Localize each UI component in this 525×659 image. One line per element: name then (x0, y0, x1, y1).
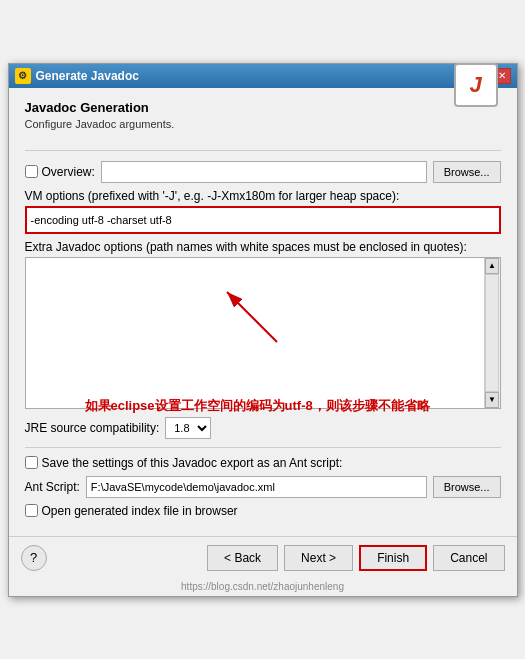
save-ant-checkbox[interactable] (25, 456, 38, 469)
open-browser-checkbox-label[interactable]: Open generated index file in browser (25, 504, 238, 518)
extra-textarea-wrapper: ▲ ▼ (25, 257, 501, 409)
save-ant-row: Save the settings of this Javadoc export… (25, 456, 501, 470)
title-bar: ⚙ Generate Javadoc — □ ✕ (9, 64, 517, 88)
overview-row: Overview: Browse... (25, 161, 501, 183)
ant-script-row: Ant Script: F:\JavaSE\mycode\demo\javado… (25, 476, 501, 498)
header-area: Javadoc Generation Configure Javadoc arg… (25, 100, 501, 151)
extra-options-textarea[interactable] (26, 258, 484, 408)
jre-row: JRE source compatibility: 1.8 1.7 1.6 (25, 417, 501, 439)
ant-script-input[interactable]: F:\JavaSE\mycode\demo\javadoc.xml (86, 476, 427, 498)
open-browser-row: Open generated index file in browser (25, 504, 501, 518)
javadoc-icon-letter: J (454, 63, 498, 107)
generate-javadoc-window: ⚙ Generate Javadoc — □ ✕ Javadoc Generat… (8, 63, 518, 597)
next-button[interactable]: Next > (284, 545, 353, 571)
open-browser-checkbox[interactable] (25, 504, 38, 517)
save-ant-checkbox-label[interactable]: Save the settings of this Javadoc export… (25, 456, 343, 470)
footer-buttons: < Back Next > Finish Cancel (207, 545, 504, 571)
vm-options-wrapper: -encoding utf-8 -charset utf-8 (25, 206, 501, 234)
section-title: Javadoc Generation (25, 100, 175, 115)
watermark: https://blog.csdn.net/zhaojunhenleng (9, 579, 517, 596)
overview-label: Overview: (42, 165, 95, 179)
cancel-button[interactable]: Cancel (433, 545, 504, 571)
finish-button[interactable]: Finish (359, 545, 427, 571)
section-subtitle: Configure Javadoc arguments. (25, 118, 175, 130)
jre-select[interactable]: 1.8 1.7 1.6 (165, 417, 211, 439)
javadoc-logo: J (451, 60, 501, 110)
title-bar-left: ⚙ Generate Javadoc (15, 68, 139, 84)
divider-1 (25, 447, 501, 448)
window-icon: ⚙ (15, 68, 31, 84)
extra-options-area: ▲ ▼ 如果ecli (25, 257, 501, 409)
scroll-track (485, 274, 499, 392)
overview-input[interactable] (101, 161, 427, 183)
scroll-up-button[interactable]: ▲ (485, 258, 499, 274)
ant-script-label: Ant Script: (25, 480, 80, 494)
overview-browse-button[interactable]: Browse... (433, 161, 501, 183)
scroll-down-button[interactable]: ▼ (485, 392, 499, 408)
jre-label: JRE source compatibility: (25, 421, 160, 435)
overview-checkbox[interactable] (25, 165, 38, 178)
back-button[interactable]: < Back (207, 545, 278, 571)
vm-options-label: VM options (prefixed with '-J', e.g. -J-… (25, 189, 501, 203)
footer-bar: ? < Back Next > Finish Cancel (9, 536, 517, 579)
dialog-content: Javadoc Generation Configure Javadoc arg… (9, 88, 517, 536)
window-title: Generate Javadoc (36, 69, 139, 83)
ant-script-browse-button[interactable]: Browse... (433, 476, 501, 498)
scrollbar[interactable]: ▲ ▼ (484, 258, 500, 408)
overview-checkbox-label[interactable]: Overview: (25, 165, 95, 179)
vm-options-input[interactable]: -encoding utf-8 -charset utf-8 (27, 208, 499, 232)
open-browser-label: Open generated index file in browser (42, 504, 238, 518)
save-ant-label: Save the settings of this Javadoc export… (42, 456, 343, 470)
help-button[interactable]: ? (21, 545, 47, 571)
extra-options-label: Extra Javadoc options (path names with w… (25, 240, 501, 254)
